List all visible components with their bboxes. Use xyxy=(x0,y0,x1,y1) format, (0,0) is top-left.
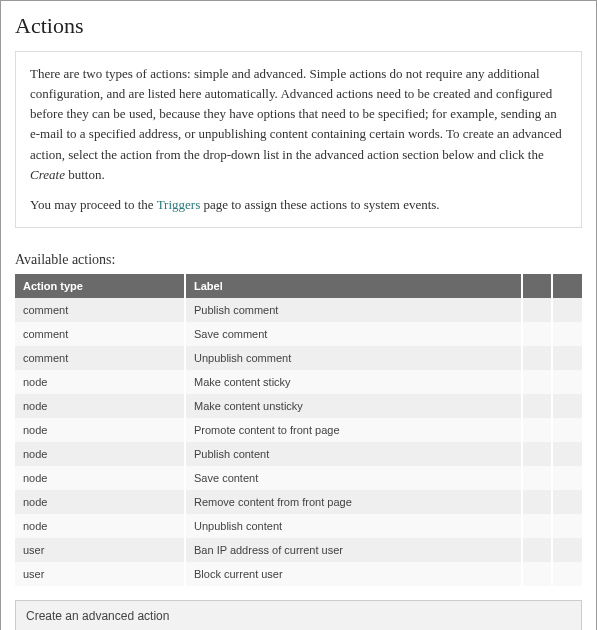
action-op-cell xyxy=(552,370,582,394)
action-label-cell: Make content unsticky xyxy=(185,394,522,418)
table-header-type: Action type xyxy=(15,274,185,298)
action-label-cell: Make content sticky xyxy=(185,370,522,394)
table-row: nodeMake content sticky xyxy=(15,370,582,394)
action-label-cell: Save comment xyxy=(185,322,522,346)
info-text: page to assign these actions to system e… xyxy=(200,197,439,212)
table-row: userBlock current user xyxy=(15,562,582,586)
action-label-cell: Unpublish comment xyxy=(185,346,522,370)
triggers-link[interactable]: Triggers xyxy=(157,197,201,212)
create-word-em: Create xyxy=(30,167,65,182)
action-label-cell: Ban IP address of current user xyxy=(185,538,522,562)
action-op-cell xyxy=(552,322,582,346)
table-row: nodeRemove content from front page xyxy=(15,490,582,514)
action-op-cell xyxy=(522,418,552,442)
action-op-cell xyxy=(552,394,582,418)
table-row: userBan IP address of current user xyxy=(15,538,582,562)
actions-table: Action type Label commentPublish comment… xyxy=(15,274,582,586)
action-type-cell: node xyxy=(15,370,185,394)
table-row: commentSave comment xyxy=(15,322,582,346)
action-type-cell: comment xyxy=(15,322,185,346)
action-op-cell xyxy=(552,346,582,370)
info-text: button. xyxy=(65,167,105,182)
action-op-cell xyxy=(552,538,582,562)
table-row: nodeSave content xyxy=(15,466,582,490)
action-label-cell: Unpublish content xyxy=(185,514,522,538)
action-op-cell xyxy=(522,442,552,466)
page-title: Actions xyxy=(15,13,582,39)
action-op-cell xyxy=(522,538,552,562)
table-header-label: Label xyxy=(185,274,522,298)
advanced-action-section: Create an advanced action Choose an adva… xyxy=(15,600,582,630)
info-paragraph-1: There are two types of actions: simple a… xyxy=(30,64,567,185)
table-header-op2 xyxy=(552,274,582,298)
table-header-op1 xyxy=(522,274,552,298)
action-op-cell xyxy=(522,322,552,346)
action-label-cell: Block current user xyxy=(185,562,522,586)
action-type-cell: user xyxy=(15,562,185,586)
action-type-cell: node xyxy=(15,394,185,418)
action-label-cell: Publish comment xyxy=(185,298,522,322)
available-actions-label: Available actions: xyxy=(15,252,582,268)
action-op-cell xyxy=(552,562,582,586)
action-op-cell xyxy=(522,562,552,586)
action-op-cell xyxy=(552,490,582,514)
table-row: nodePublish content xyxy=(15,442,582,466)
action-op-cell xyxy=(522,466,552,490)
action-op-cell xyxy=(522,490,552,514)
action-label-cell: Save content xyxy=(185,466,522,490)
table-row: nodeUnpublish content xyxy=(15,514,582,538)
info-text: You may proceed to the xyxy=(30,197,157,212)
action-type-cell: node xyxy=(15,514,185,538)
action-type-cell: node xyxy=(15,466,185,490)
action-label-cell: Promote content to front page xyxy=(185,418,522,442)
action-op-cell xyxy=(522,394,552,418)
table-row: nodePromote content to front page xyxy=(15,418,582,442)
info-text: There are two types of actions: simple a… xyxy=(30,66,562,162)
info-box: There are two types of actions: simple a… xyxy=(15,51,582,228)
action-type-cell: node xyxy=(15,418,185,442)
action-label-cell: Publish content xyxy=(185,442,522,466)
action-type-cell: node xyxy=(15,490,185,514)
action-op-cell xyxy=(552,466,582,490)
action-op-cell xyxy=(522,298,552,322)
action-op-cell xyxy=(552,298,582,322)
action-label-cell: Remove content from front page xyxy=(185,490,522,514)
action-op-cell xyxy=(552,514,582,538)
action-type-cell: comment xyxy=(15,298,185,322)
table-row: nodeMake content unsticky xyxy=(15,394,582,418)
action-type-cell: comment xyxy=(15,346,185,370)
action-type-cell: node xyxy=(15,442,185,466)
info-paragraph-2: You may proceed to the Triggers page to … xyxy=(30,195,567,215)
action-op-cell xyxy=(522,514,552,538)
action-op-cell xyxy=(552,418,582,442)
advanced-action-title: Create an advanced action xyxy=(26,609,571,623)
table-row: commentPublish comment xyxy=(15,298,582,322)
table-row: commentUnpublish comment xyxy=(15,346,582,370)
action-type-cell: user xyxy=(15,538,185,562)
action-op-cell xyxy=(522,346,552,370)
action-op-cell xyxy=(552,442,582,466)
action-op-cell xyxy=(522,370,552,394)
